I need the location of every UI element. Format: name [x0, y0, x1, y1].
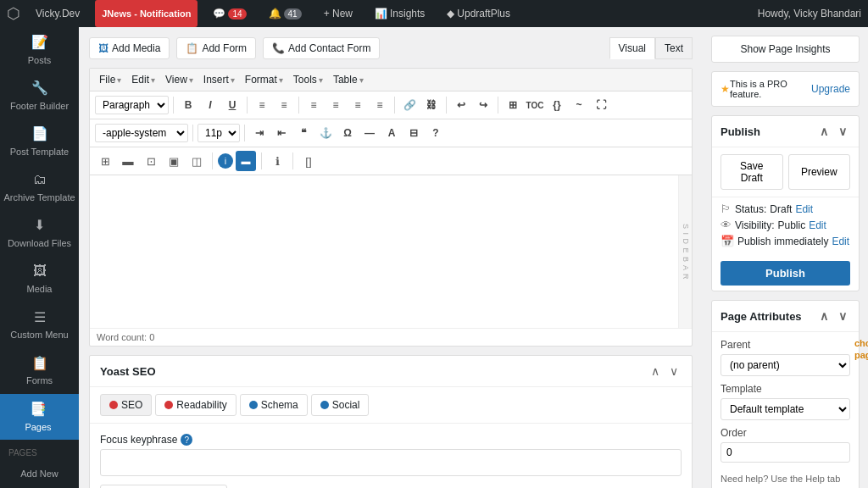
sidebar-item-media[interactable]: 🖼 Media	[0, 256, 79, 302]
sidebar-item-posts[interactable]: 📝 Posts	[0, 27, 79, 73]
sidebar-item-download-files[interactable]: ⬇ Download Files	[0, 210, 79, 256]
adminbar-comments[interactable]: 💬 14	[206, 0, 253, 27]
menu-tools[interactable]: Tools ▾	[289, 72, 327, 87]
yoast-tab-readability[interactable]: Readability	[155, 394, 236, 416]
icon-btn-3[interactable]: ⊡	[141, 151, 161, 171]
hr-btn[interactable]: —	[359, 123, 380, 143]
sidebar-item-pages[interactable]: 📑 Pages	[0, 394, 79, 440]
editor-content[interactable]	[90, 175, 678, 328]
add-form-button[interactable]: 📋 Add Form	[176, 37, 256, 59]
icon-btn-1[interactable]: ⊞	[95, 151, 115, 171]
sidebar-item-custom-menu[interactable]: ☰ Custom Menu	[0, 302, 79, 348]
pa-collapse-btn[interactable]: ∧	[816, 308, 832, 324]
publish-collapse-btn[interactable]: ∧	[816, 123, 832, 140]
sidebar-item-archive-template[interactable]: 🗂 Archive Template	[0, 164, 79, 210]
menu-edit[interactable]: Edit ▾	[127, 72, 159, 87]
align-center-btn[interactable]: ≡	[326, 95, 346, 115]
icon-btn-2[interactable]: ▬	[118, 151, 138, 171]
publish-button[interactable]: Publish	[721, 261, 850, 286]
add-media-button[interactable]: 🖼 Add Media	[89, 37, 170, 59]
icon-btn-4[interactable]: ▣	[164, 151, 184, 171]
yoast-collapse-btn[interactable]: ∧	[648, 363, 663, 380]
publish-expand-btn[interactable]: ∨	[835, 123, 850, 140]
table-insert-btn[interactable]: ⊟	[403, 123, 424, 143]
fullscreen-btn[interactable]: ⛶	[591, 95, 611, 115]
unlink-btn[interactable]: ⛓	[421, 95, 442, 115]
toc-btn[interactable]: TOC	[525, 95, 545, 115]
menu-file[interactable]: File ▾	[95, 72, 125, 87]
adminbar-insights[interactable]: 📊 Insights	[368, 0, 431, 27]
icon-btn-7[interactable]: ℹ	[267, 151, 287, 171]
strike-btn[interactable]: ~	[569, 95, 589, 115]
status-edit-link[interactable]: Edit	[795, 203, 813, 215]
adminbar-jnews[interactable]: JNews - Notification	[95, 0, 198, 27]
menu-table[interactable]: Table ▾	[329, 72, 368, 87]
font-size-select[interactable]: 11pt 8pt 10pt 12pt 14pt	[198, 124, 240, 142]
upgrade-link[interactable]: Upgrade	[811, 83, 850, 95]
yoast-header[interactable]: Yoast SEO ∧ ∨	[90, 356, 692, 387]
indent-btn[interactable]: ⇥	[249, 123, 270, 143]
save-draft-button[interactable]: Save Draft	[721, 154, 783, 190]
text-tab[interactable]: Text	[655, 37, 693, 59]
font-family-select[interactable]: -apple-system	[95, 124, 188, 142]
order-input[interactable]	[721, 442, 850, 463]
special-char-btn[interactable]: Ω	[337, 123, 358, 143]
adminbar-new[interactable]: + New	[317, 0, 359, 27]
menu-view[interactable]: View ▾	[161, 72, 198, 87]
yoast-tab-schema[interactable]: Schema	[240, 394, 308, 416]
align-right-btn[interactable]: ≡	[348, 95, 368, 115]
yoast-tab-seo[interactable]: SEO	[100, 394, 152, 416]
schedule-edit-link[interactable]: Edit	[832, 236, 849, 247]
get-related-keyphrases-btn[interactable]: Get related keyphrases	[100, 485, 227, 488]
icon-btn-6[interactable]: ▬	[236, 151, 256, 171]
wp-logo[interactable]: ⬡	[7, 4, 20, 23]
template-field: Template Default template	[712, 383, 859, 427]
anchor-btn[interactable]: ⚓	[315, 123, 336, 143]
help-btn[interactable]: ?	[426, 123, 446, 143]
focus-keyphrase-input[interactable]	[100, 449, 682, 476]
ul-btn[interactable]: ≡	[252, 95, 272, 115]
underline-btn[interactable]: U	[222, 95, 242, 115]
sidebar-item-add-new[interactable]: Add New	[0, 461, 79, 486]
yoast-tab-social[interactable]: Social	[311, 394, 370, 416]
italic-btn[interactable]: I	[200, 95, 220, 115]
template-select[interactable]: Default template	[721, 398, 850, 420]
table-btn[interactable]: ⊞	[503, 95, 523, 115]
undo-btn[interactable]: ↩	[451, 95, 471, 115]
pa-expand-btn[interactable]: ∨	[835, 308, 850, 324]
menu-format[interactable]: Format ▾	[241, 72, 287, 87]
link-btn[interactable]: 🔗	[399, 95, 420, 115]
sidebar-item-post-template[interactable]: 📄 Post Template	[0, 119, 79, 164]
adminbar-updates[interactable]: 🔔 41	[262, 0, 309, 27]
ol-btn[interactable]: ≡	[274, 95, 294, 115]
font-color-btn[interactable]: A	[381, 123, 402, 143]
parent-select[interactable]: (no parent)	[721, 354, 850, 376]
yoast-seo-label: SEO	[121, 399, 142, 411]
focus-keyphrase-help-icon[interactable]: ?	[181, 434, 192, 446]
outdent-btn[interactable]: ⇤	[271, 123, 292, 143]
pages-icon: 📑	[30, 401, 47, 419]
adminbar-site[interactable]: Vicky.Dev	[29, 0, 86, 27]
visibility-edit-link[interactable]: Edit	[809, 219, 826, 231]
icon-btn-8[interactable]: []	[298, 151, 319, 171]
show-page-insights-btn[interactable]: Show Page Insights	[711, 36, 860, 63]
visual-tab[interactable]: Visual	[609, 37, 655, 59]
adminbar-updraftplus[interactable]: ◆ UpdraftPlus	[440, 0, 517, 27]
sidebar-item-forms[interactable]: 📋 Forms	[0, 348, 79, 394]
format-select[interactable]: Paragraph Heading 1 Heading 2	[95, 96, 169, 114]
yoast-expand-btn[interactable]: ∨	[666, 363, 682, 380]
add-contact-form-button[interactable]: 📞 Add Contact Form	[263, 37, 380, 59]
blockquote-btn[interactable]: ❝	[293, 123, 314, 143]
code-btn[interactable]: {}	[547, 95, 567, 115]
preview-button[interactable]: Preview	[788, 154, 851, 190]
bold-btn[interactable]: B	[178, 95, 198, 115]
align-left-btn[interactable]: ≡	[303, 95, 324, 115]
align-justify-btn[interactable]: ≡	[370, 95, 390, 115]
forms-icon: 📋	[31, 355, 48, 373]
visibility-label: Visibility:	[735, 219, 774, 231]
icon-btn-info[interactable]: i	[218, 153, 233, 169]
menu-insert[interactable]: Insert ▾	[199, 72, 239, 87]
icon-btn-5[interactable]: ◫	[186, 151, 207, 171]
redo-btn[interactable]: ↪	[473, 95, 493, 115]
sidebar-item-footer-builder[interactable]: 🔧 Footer Builder	[0, 73, 79, 119]
